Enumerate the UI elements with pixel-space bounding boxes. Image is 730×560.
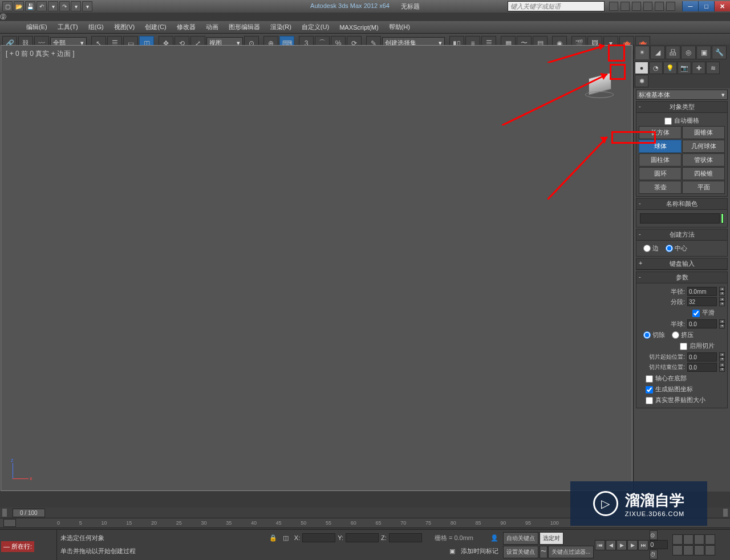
btn-teapot[interactable]: 茶壶 [639, 181, 682, 194]
favorites-icon[interactable] [643, 2, 652, 11]
radio-edge[interactable] [643, 245, 651, 252]
undo-dd-icon[interactable]: ▾ [48, 1, 58, 11]
subcategory-dropdown[interactable]: 标准基本体▾ [636, 90, 728, 100]
zoom-all-icon[interactable] [683, 534, 694, 545]
viewport-front[interactable]: [ + 0 前 0 真实 + 边面 ] z x [1, 45, 632, 491]
viewcube[interactable] [584, 68, 615, 99]
menu-animation[interactable]: 动画 [201, 22, 223, 33]
slice-to-spinner[interactable] [687, 363, 717, 372]
pan-icon[interactable] [683, 545, 694, 555]
btn-plane[interactable]: 平面 [682, 181, 725, 194]
btn-tube[interactable]: 管状体 [682, 153, 725, 167]
tab-utilities-icon[interactable]: 🔧 [712, 46, 727, 59]
max-viewport-icon[interactable] [705, 545, 715, 555]
time-tag-icon[interactable]: ▣ [449, 547, 455, 555]
zoom-extents-icon[interactable] [694, 534, 704, 545]
tab-create-icon[interactable]: ✴ [635, 46, 650, 59]
x-coord-input[interactable] [302, 533, 335, 542]
menu-modifiers[interactable]: 修改器 [172, 22, 200, 33]
redo-dd-icon[interactable]: ▾ [71, 1, 81, 11]
tab-hierarchy-icon[interactable]: 品 [666, 46, 680, 59]
time-slider[interactable]: 0 / 100 [13, 509, 45, 517]
cat-lights-icon[interactable]: 💡 [663, 62, 677, 74]
cat-helpers-icon[interactable]: ✚ [692, 62, 705, 74]
minimize-button[interactable]: ─ [682, 1, 698, 11]
next-frame-icon[interactable]: ▶ [627, 540, 638, 550]
goto-end-icon[interactable]: ⏭ [638, 540, 648, 550]
add-time-tag[interactable]: 添加时间标记 [461, 547, 498, 555]
btn-box[interactable]: 长方体 [639, 126, 682, 139]
menu-maxscript[interactable]: MAXScript(M) [335, 23, 383, 32]
base-pivot-checkbox[interactable] [646, 375, 653, 383]
smooth-checkbox[interactable] [692, 310, 700, 317]
selected-dropdown[interactable]: 选定对 [540, 532, 563, 545]
slice-on-checkbox[interactable] [680, 343, 687, 350]
key-mode-icon[interactable]: 〜 [540, 546, 548, 558]
autogrid-checkbox[interactable] [664, 117, 672, 125]
cat-geometry-icon[interactable]: ● [635, 62, 648, 74]
close-button[interactable]: ✕ [714, 1, 730, 11]
key-step-icon[interactable]: ⊙ [650, 530, 658, 540]
btn-pyramid[interactable]: 四棱锥 [682, 167, 725, 180]
new-icon[interactable]: ▢ [2, 1, 13, 11]
menu-customize[interactable]: 自定义(U) [297, 22, 334, 33]
qat-more-icon[interactable]: ▾ [82, 1, 92, 11]
hemisphere-spinner[interactable] [687, 319, 717, 328]
viewport-label[interactable]: [ + 0 前 0 真实 + 边面 ] [6, 49, 75, 59]
menu-create[interactable]: 创建(C) [140, 22, 171, 33]
radius-spinner[interactable] [687, 287, 717, 296]
isolate-icon[interactable]: ◫ [283, 534, 289, 542]
menu-group[interactable]: 组(G) [84, 22, 108, 33]
autokey-button[interactable]: 自动关键点 [503, 532, 538, 545]
menu-edit[interactable]: 编辑(E) [22, 22, 52, 33]
help-search-input[interactable] [508, 1, 605, 11]
menu-tools[interactable]: 工具(T) [53, 22, 83, 33]
fov-icon[interactable] [672, 545, 683, 555]
redo-icon[interactable]: ↷ [59, 1, 70, 11]
zoom-icon[interactable] [672, 534, 683, 545]
segments-spinner[interactable] [687, 297, 717, 306]
prev-frame-icon[interactable]: ◀ [606, 540, 616, 550]
undo-icon[interactable]: ↶ [36, 1, 47, 11]
help-dd-icon[interactable] [666, 2, 675, 11]
time-config-icon[interactable]: ⏱ [650, 550, 658, 559]
cat-systems-icon[interactable]: ✱ [635, 75, 648, 87]
play-icon[interactable]: ▶ [617, 540, 627, 550]
z-coord-input[interactable] [389, 533, 422, 542]
rollout-header[interactable]: -对象类型 [636, 102, 727, 113]
radio-chop[interactable] [643, 331, 651, 339]
object-color-swatch[interactable] [721, 213, 724, 224]
gen-uv-checkbox[interactable] [646, 386, 653, 393]
radio-squash[interactable] [672, 331, 679, 339]
exchange-icon[interactable] [632, 2, 641, 11]
cat-spacewarps-icon[interactable]: ≋ [706, 62, 720, 74]
open-icon[interactable]: 📂 [14, 1, 24, 11]
btn-geosphere[interactable]: 几何球体 [682, 140, 725, 153]
current-frame-input[interactable] [650, 540, 668, 549]
real-world-checkbox[interactable] [646, 397, 653, 404]
object-name-input[interactable] [640, 213, 720, 224]
zoom-extents-all-icon[interactable] [705, 534, 715, 545]
cat-cameras-icon[interactable]: 📷 [678, 62, 691, 74]
tab-motion-icon[interactable]: ◎ [681, 46, 696, 59]
save-icon[interactable]: 💾 [25, 1, 35, 11]
tab-display-icon[interactable]: ▣ [696, 46, 711, 59]
application-menu-icon[interactable]: ⓖ [0, 13, 730, 21]
menu-graph-editors[interactable]: 图形编辑器 [224, 22, 265, 33]
set-key-icon[interactable] [3, 519, 16, 527]
setkey-button[interactable]: 设置关键点 [503, 546, 538, 558]
y-coord-input[interactable] [346, 533, 379, 542]
slice-from-spinner[interactable] [687, 352, 717, 362]
subscription-icon[interactable] [620, 2, 630, 11]
btn-cylinder[interactable]: 圆柱体 [639, 153, 682, 167]
orbit-icon[interactable] [694, 545, 704, 555]
radio-center[interactable] [666, 245, 673, 252]
menu-rendering[interactable]: 渲染(R) [266, 22, 296, 33]
tab-modify-icon[interactable]: ◢ [650, 46, 665, 59]
key-filters-button[interactable]: 关键点过滤器... [548, 546, 594, 558]
comm-center-icon[interactable]: 👤 [490, 534, 498, 542]
btn-sphere[interactable]: 球体 [639, 140, 682, 153]
btn-torus[interactable]: 圆环 [639, 167, 682, 180]
lock-icon[interactable]: 🔒 [269, 534, 277, 542]
infocenter-icon[interactable] [609, 2, 618, 11]
